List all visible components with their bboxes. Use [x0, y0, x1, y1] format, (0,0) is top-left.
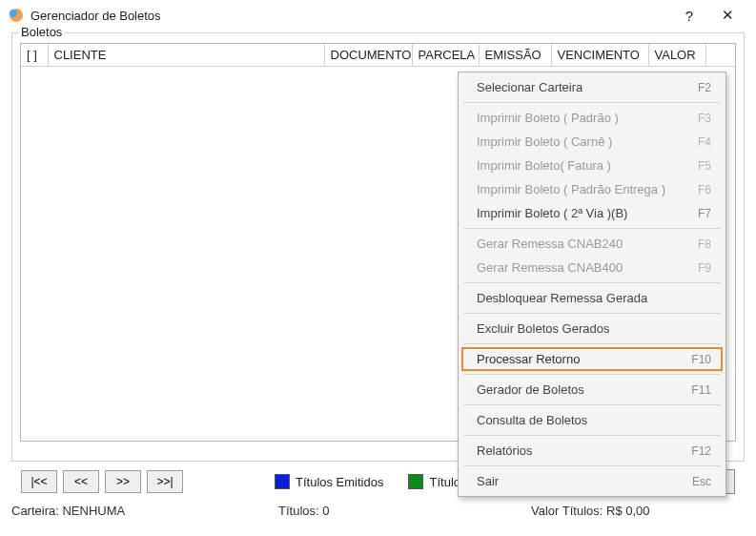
status-carteira: Carteira: NENHUMA — [11, 504, 278, 518]
menu-item[interactable]: Excluir Boletos Gerados — [461, 317, 723, 340]
menu-separator — [463, 313, 721, 314]
col-padding — [705, 44, 735, 67]
app-icon — [8, 7, 25, 24]
menu-item-label: Excluir Boletos Gerados — [477, 321, 609, 336]
menu-item-shortcut: F7 — [698, 207, 711, 220]
menu-item-label: Imprimir Boleto ( Carnê ) — [477, 134, 612, 149]
menu-item[interactable]: SairEsc — [461, 469, 723, 493]
menu-item: Imprimir Boleto ( Padrão )F3 — [461, 106, 723, 130]
menu-item-label: Imprimir Boleto ( Padrão ) — [477, 111, 619, 125]
menu-item-label: Gerar Remessa CNAB240 — [477, 237, 623, 251]
menu-item-label: Sair — [477, 474, 499, 488]
menu-item[interactable]: Gerador de BoletosF11 — [461, 378, 723, 402]
menu-item-shortcut: F2 — [698, 81, 711, 94]
window-title: Gerenciador de Boletos — [31, 9, 670, 23]
menu-item-label: Relatórios — [477, 443, 533, 458]
status-titulos: Títulos: 0 — [278, 504, 531, 518]
titlebar: Gerenciador de Boletos ? ✕ — [0, 0, 756, 29]
col-documento[interactable]: DOCUMENTO — [324, 44, 412, 67]
menu-separator — [463, 343, 721, 344]
menu-item-label: Imprimir Boleto( Fatura ) — [477, 158, 611, 173]
swatch-impressos-icon — [408, 474, 423, 489]
close-button[interactable]: ✕ — [708, 7, 746, 24]
col-vencimento[interactable]: VENCIMENTO — [551, 44, 648, 67]
menu-item[interactable]: Imprimir Boleto ( 2ª Via )(B)F7 — [461, 201, 723, 225]
menu-item-shortcut: F11 — [691, 383, 711, 397]
menu-item[interactable]: Consulta de Boletos — [461, 408, 723, 432]
col-checkbox[interactable]: [ ] — [21, 44, 48, 67]
table-header-row: [ ] CLIENTE DOCUMENTO PARCELA EMISSÃO VE… — [21, 44, 735, 67]
menu-item-shortcut: F12 — [691, 444, 711, 458]
menu-item-shortcut: F9 — [698, 261, 711, 275]
menu-item-shortcut: F5 — [698, 159, 711, 173]
menu-separator — [463, 435, 721, 436]
menu-item: Imprimir Boleto( Fatura )F5 — [461, 154, 723, 177]
menu-item-shortcut: F3 — [698, 112, 711, 125]
menu-item-label: Gerador de Boletos — [477, 382, 584, 397]
nav-last-button[interactable]: >>| — [147, 470, 183, 493]
menu-separator — [463, 404, 721, 405]
help-button[interactable]: ? — [670, 8, 708, 24]
nav-prev-button[interactable]: << — [63, 470, 99, 493]
group-legend: Boletos — [18, 25, 65, 39]
menu-item: Gerar Remessa CNAB240F8 — [461, 232, 723, 256]
menu-separator — [463, 374, 721, 375]
menu-item: Gerar Remessa CNAB400F9 — [461, 256, 723, 279]
menu-separator — [463, 282, 721, 283]
menu-item-label: Gerar Remessa CNAB400 — [477, 260, 623, 275]
menu-item-shortcut: F6 — [698, 183, 711, 196]
menu-item-shortcut: F8 — [698, 237, 711, 251]
col-valor[interactable]: VALOR — [648, 44, 705, 67]
menu-item-label: Imprimir Boleto ( Padrão Entrega ) — [477, 182, 665, 196]
menu-item-label: Selecionar Carteira — [477, 80, 582, 94]
col-cliente[interactable]: CLIENTE — [48, 44, 324, 67]
status-bar: Carteira: NENHUMA Títulos: 0 Valor Títul… — [0, 502, 756, 524]
menu-item[interactable]: Selecionar CarteiraF2 — [461, 75, 723, 99]
menu-item-label: Imprimir Boleto ( 2ª Via )(B) — [477, 206, 627, 220]
menu-item-shortcut: Esc — [692, 475, 711, 488]
legend-emitidos: Títulos Emitidos — [296, 475, 383, 489]
col-emissao[interactable]: EMISSÃO — [479, 44, 551, 67]
nav-first-button[interactable]: |<< — [21, 470, 57, 493]
boletos-table[interactable]: [ ] CLIENTE DOCUMENTO PARCELA EMISSÃO VE… — [21, 44, 735, 67]
menu-item-label: Consulta de Boletos — [477, 413, 587, 427]
menu-item: Imprimir Boleto ( Padrão Entrega )F6 — [461, 177, 723, 201]
menu-item-label: Desbloquear Remessa Gerada — [477, 291, 647, 305]
swatch-emitidos-icon — [275, 474, 290, 489]
menu-item[interactable]: RelatóriosF12 — [461, 439, 723, 463]
menu-item-label: Processar Retorno — [477, 352, 580, 366]
menu-item[interactable]: Desbloquear Remessa Gerada — [461, 286, 723, 310]
col-parcela[interactable]: PARCELA — [412, 44, 479, 67]
context-menu: Selecionar CarteiraF2Imprimir Boleto ( P… — [458, 72, 726, 497]
menu-item-shortcut: F10 — [691, 353, 711, 366]
status-valor: Valor Títulos: R$ 0,00 — [531, 504, 745, 518]
svg-point-1 — [10, 10, 17, 17]
menu-separator — [463, 465, 721, 466]
menu-item-shortcut: F4 — [698, 135, 711, 149]
menu-item[interactable]: Processar RetornoF10 — [461, 347, 723, 371]
menu-separator — [463, 228, 721, 229]
nav-next-button[interactable]: >> — [105, 470, 141, 493]
menu-item: Imprimir Boleto ( Carnê )F4 — [461, 130, 723, 154]
menu-separator — [463, 102, 721, 103]
